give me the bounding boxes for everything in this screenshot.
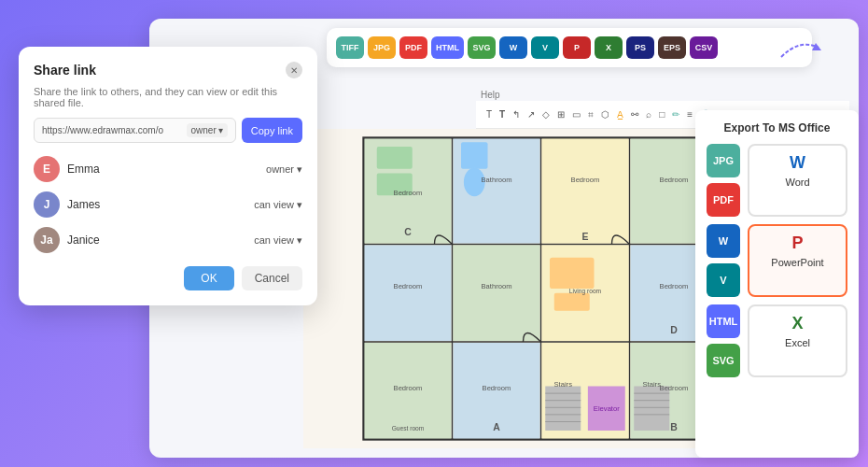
toolbar-icon-lines[interactable]: ≡ [684,107,695,121]
toolbar-icon-fill[interactable]: A̲ [614,107,626,121]
export-side-html[interactable]: HTML [707,304,740,338]
export-panel: Export To MS Office JPG PDF W Word W V P… [695,110,859,458]
toolbar-icon-text[interactable]: T [483,107,495,121]
format-btn-pdf[interactable]: PDF [399,36,427,59]
role-chevron: ▾ [297,234,302,247]
svg-text:Bedroom: Bedroom [394,189,423,197]
ok-button[interactable]: OK [184,266,233,290]
svg-text:Bedroom: Bedroom [571,176,600,184]
role-text: can view [254,234,294,246]
user-row: E Emma owner ▾ [34,156,302,182]
role-chevron: ▾ [297,199,302,211]
role-dropdown[interactable]: owner ▾ [266,163,302,176]
format-btn-ps[interactable]: PS [626,36,654,59]
powerpoint-icon: P [791,234,803,253]
user-row: Ja Janice can view ▾ [34,227,302,253]
user-name: James [67,198,100,211]
url-row: https://www.edrawmax.com/online/fil owne… [34,118,302,143]
export-side-jpg[interactable]: JPG [707,144,740,177]
format-btn-excel[interactable]: X [595,36,623,59]
word-icon: W [790,153,805,173]
toolbar-icon-search[interactable]: ⌕ [643,107,654,121]
user-left: E Emma [34,156,100,182]
svg-text:D: D [670,325,678,335]
format-btn-svg[interactable]: SVG [468,36,496,59]
svg-text:Bedroom: Bedroom [660,282,689,290]
role-dropdown[interactable]: can view ▾ [254,234,302,247]
role-text: owner [266,163,294,175]
svg-text:Stairs: Stairs [554,380,573,389]
format-btn-html[interactable]: HTML [431,36,464,59]
export-btn-powerpoint[interactable]: P PowerPoint [748,224,847,297]
format-btn-word[interactable]: W [499,36,527,59]
svg-rect-26 [550,258,595,289]
svg-rect-24 [461,142,488,169]
svg-text:Bedroom: Bedroom [483,384,511,392]
excel-label: Excel [785,337,810,348]
format-btn-eps[interactable]: EPS [658,36,686,59]
powerpoint-label: PowerPoint [771,257,823,268]
user-row: J James can view ▾ [34,191,302,218]
excel-icon: X [791,314,803,333]
svg-text:E: E [582,232,589,242]
svg-text:B: B [670,422,678,432]
export-btn-word[interactable]: W Word [748,144,847,217]
role-dropdown[interactable]: can view ▾ [254,199,302,211]
toolbar-icon-shape[interactable]: ◇ [539,107,553,121]
avatar: J [34,191,60,218]
svg-text:Bathroom: Bathroom [482,176,512,184]
user-left: J James [34,191,100,218]
close-button[interactable]: ✕ [286,62,302,78]
toolbar-icon-link[interactable]: ⚯ [628,107,641,121]
word-label: Word [785,177,809,188]
url-input-field[interactable]: https://www.edrawmax.com/online/fil owne… [34,118,236,143]
cancel-button[interactable]: Cancel [242,266,302,290]
svg-text:C: C [404,227,412,237]
svg-rect-12 [364,245,451,341]
export-side-visio[interactable]: V [707,263,740,297]
dialog-title: Share link [34,63,96,78]
share-dialog: Share link ✕ Share the link to others, a… [19,47,317,305]
toolbar-icon-hex[interactable]: ⬡ [598,107,612,121]
dialog-header: Share link ✕ [34,62,302,78]
format-toolbar: TIFF JPG PDF HTML SVG W V P X PS EPS CSV [327,28,812,67]
svg-text:Elevator: Elevator [594,404,620,413]
dialog-actions: OK Cancel [34,266,302,290]
toolbar-icon-corner[interactable]: ↰ [510,107,523,121]
dialog-description: Share the link to others, and they can v… [34,86,302,108]
format-btn-tiff[interactable]: TIFF [336,36,364,59]
toolbar-icon-pen[interactable]: ✏ [669,107,682,121]
role-text: can view [254,199,294,210]
format-btn-csv[interactable]: CSV [690,36,718,59]
export-panel-title: Export To MS Office [707,121,847,134]
avatar: Ja [34,227,60,253]
toolbar-icon-pattern[interactable]: ⌗ [585,107,596,122]
format-btn-jpg[interactable]: JPG [368,36,396,59]
svg-text:Bedroom: Bedroom [660,384,689,392]
export-btn-excel[interactable]: X Excel [748,304,847,377]
svg-rect-27 [554,293,590,311]
toolbar-icon-text2[interactable]: T [497,107,508,121]
toolbar-icon-rect[interactable]: ▭ [569,107,583,121]
user-name: Emma [67,163,100,176]
svg-text:Bedroom: Bedroom [394,282,423,290]
svg-text:Bedroom: Bedroom [394,384,423,392]
toolbar-icon-arrow[interactable]: ↗ [525,107,538,121]
url-role-badge[interactable]: owner ▾ [187,123,228,137]
export-side-word[interactable]: W [707,224,740,258]
user-left: Ja Janice [34,227,100,253]
export-side-svg[interactable]: SVG [707,344,740,377]
help-label: Help [481,90,500,100]
role-chevron: ▾ [297,163,302,176]
format-btn-visio[interactable]: V [531,36,559,59]
copy-link-button[interactable]: Copy link [242,118,302,143]
svg-text:Stairs: Stairs [643,380,662,389]
user-list: E Emma owner ▾ J James can view ▾ Ja Jan… [34,156,302,253]
export-side-pdf[interactable]: PDF [707,183,740,217]
toolbar-icon-box[interactable]: □ [656,107,667,121]
svg-rect-22 [377,147,413,169]
format-btn-ppt[interactable]: P [563,36,591,59]
svg-text:Bathroom: Bathroom [482,282,512,290]
toolbar-icon-grid[interactable]: ⊞ [554,107,567,121]
arrow-indicator [777,34,823,66]
